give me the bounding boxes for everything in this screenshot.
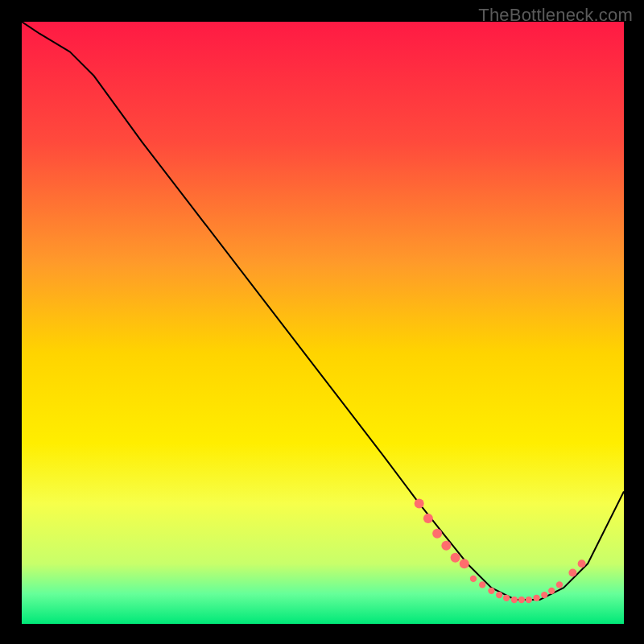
data-point bbox=[526, 597, 532, 603]
chart-gradient-background bbox=[22, 22, 624, 624]
data-point bbox=[415, 498, 424, 508]
plot-area bbox=[22, 22, 624, 624]
data-point bbox=[496, 592, 502, 598]
data-point bbox=[578, 559, 586, 568]
data-point bbox=[511, 597, 518, 603]
data-point bbox=[533, 595, 539, 601]
data-point bbox=[441, 541, 451, 551]
watermark-label: TheBottleneck.com bbox=[478, 5, 633, 26]
data-point bbox=[541, 592, 547, 598]
data-point bbox=[479, 581, 485, 588]
data-point bbox=[451, 553, 460, 563]
data-point bbox=[460, 559, 469, 568]
data-point bbox=[518, 597, 525, 603]
data-point bbox=[568, 568, 576, 576]
data-point bbox=[556, 581, 563, 588]
data-point bbox=[488, 588, 494, 594]
data-point bbox=[503, 595, 510, 601]
chart-frame: TheBottleneck.com bbox=[0, 0, 644, 644]
bottleneck-chart bbox=[22, 22, 624, 624]
data-point bbox=[548, 588, 555, 594]
data-point bbox=[423, 514, 433, 523]
data-point bbox=[470, 576, 477, 582]
data-point bbox=[432, 529, 442, 539]
